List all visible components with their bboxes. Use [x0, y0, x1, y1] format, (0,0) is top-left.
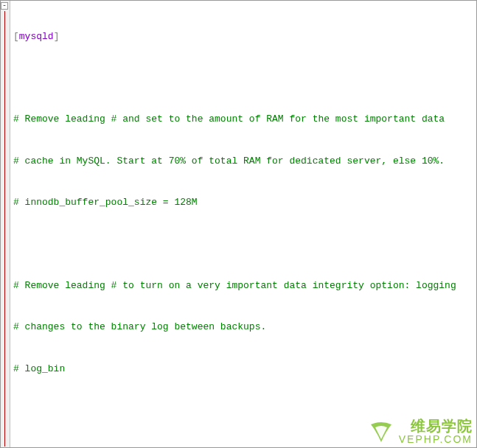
- bracket-close: ]: [54, 31, 60, 42]
- fold-line: [4, 11, 5, 447]
- blank-line: [13, 404, 477, 418]
- code-lines: [mysqld] # Remove leading # and set to t…: [13, 0, 477, 448]
- comment-line: # changes to the binary log between back…: [13, 321, 477, 335]
- blank-line: [13, 238, 477, 252]
- section-header-line: [mysqld]: [13, 30, 477, 44]
- comment-line: # Remove leading # to turn on a very imp…: [13, 279, 477, 293]
- comment-line: # These are commonly set, remove the # a…: [13, 445, 477, 448]
- blank-line: [13, 71, 477, 85]
- code-editor: - [mysqld] # Remove leading # and set to…: [0, 0, 477, 448]
- comment-line: # innodb_buffer_pool_size = 128M: [13, 196, 477, 210]
- section-name: mysqld: [19, 31, 54, 42]
- fold-gutter: -: [0, 0, 10, 448]
- fold-toggle-icon[interactable]: -: [1, 2, 8, 10]
- comment-line: # cache in MySQL. Start at 70% of total …: [13, 155, 477, 169]
- comment-line: # Remove leading # and set to the amount…: [13, 113, 477, 127]
- bracket-open: [: [13, 31, 19, 42]
- comment-line: # log_bin: [13, 363, 477, 377]
